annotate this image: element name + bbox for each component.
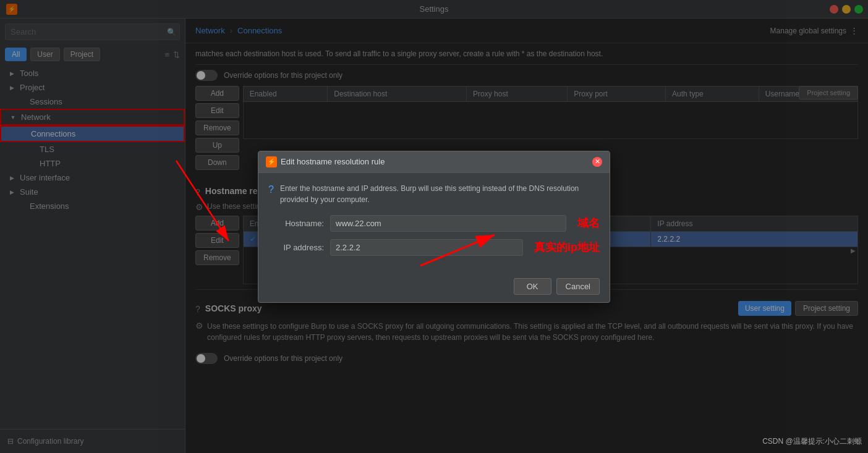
hostname-input[interactable]	[330, 215, 566, 232]
dialog-close-button[interactable]: ✕	[592, 157, 602, 167]
ip-annotation: 真实的ip地址	[534, 240, 600, 255]
ip-input[interactable]	[330, 239, 523, 256]
watermark: CSDN @温馨提示:小心二刺螈	[762, 436, 862, 447]
dialog-title-left: ⚡ Edit hostname resolution rule	[266, 156, 385, 167]
dialog-info-icon: ?	[268, 184, 274, 205]
dialog-logo: ⚡	[266, 156, 277, 167]
hostname-field: Hostname: 域名	[268, 215, 600, 232]
dialog-title-bar: ⚡ Edit hostname resolution rule ✕	[258, 151, 610, 173]
dialog-cancel-button[interactable]: Cancel	[556, 278, 600, 295]
dialog-body: ? Enter the hostname and IP address. Bur…	[258, 173, 610, 273]
dialog-overlay: ⚡ Edit hostname resolution rule ✕ ? Ente…	[0, 0, 868, 453]
dialog-title: Edit hostname resolution rule	[281, 157, 385, 166]
dialog-ok-button[interactable]: OK	[514, 278, 551, 295]
ip-field: IP address: 真实的ip地址	[268, 239, 600, 256]
dialog-info-text: Enter the hostname and IP address. Burp …	[280, 183, 600, 205]
ip-field-label: IP address:	[268, 243, 324, 252]
dialog-info: ? Enter the hostname and IP address. Bur…	[268, 183, 600, 205]
hostname-field-label: Hostname:	[268, 219, 324, 228]
dialog-footer: OK Cancel	[258, 273, 610, 302]
hostname-annotation: 域名	[577, 216, 600, 231]
edit-hostname-dialog: ⚡ Edit hostname resolution rule ✕ ? Ente…	[258, 151, 610, 303]
